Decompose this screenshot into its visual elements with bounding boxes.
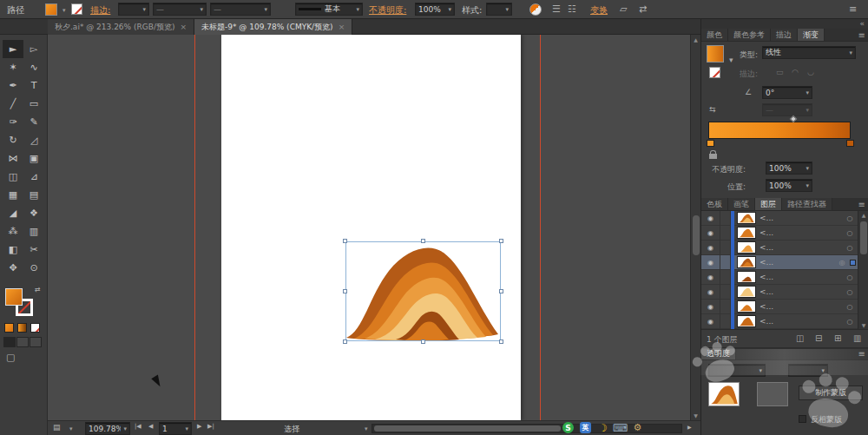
close-tab-icon[interactable]: × bbox=[180, 23, 187, 31]
visibility-eye-icon[interactable]: ◉ bbox=[701, 211, 720, 226]
hand-tool[interactable]: ✥ bbox=[3, 259, 23, 277]
layer-label[interactable]: <... bbox=[760, 302, 842, 311]
invert-mask-checkbox[interactable] bbox=[799, 415, 806, 423]
caret-icon[interactable]: ▾ bbox=[806, 165, 809, 172]
fill-indicator[interactable] bbox=[5, 288, 23, 306]
layer-target-icon[interactable]: ○ bbox=[842, 274, 858, 281]
selection-handle-se[interactable] bbox=[499, 339, 503, 344]
visibility-eye-icon[interactable]: ◉ bbox=[701, 226, 720, 241]
layer-target-icon[interactable]: ◎ bbox=[834, 259, 850, 267]
align-vertical-icon[interactable]: ☷ bbox=[568, 4, 576, 14]
layer-row[interactable]: ◉ <... ○ bbox=[701, 300, 858, 314]
layer-target-icon[interactable]: ○ bbox=[842, 288, 858, 296]
layer-thumbnail[interactable] bbox=[737, 271, 756, 283]
soft-keyboard-icon[interactable]: ⌨ bbox=[615, 422, 626, 433]
layer-label[interactable]: <... bbox=[760, 317, 842, 326]
width-profile-dropdown[interactable]: —▾ bbox=[210, 3, 271, 16]
caret-icon[interactable]: ▾ bbox=[200, 6, 203, 13]
caret-icon[interactable]: ▾ bbox=[849, 49, 852, 56]
caret-icon[interactable]: ▾ bbox=[123, 425, 127, 432]
lock-toggle[interactable] bbox=[720, 241, 731, 255]
layer-row[interactable]: ◉ <... ○ bbox=[701, 241, 858, 255]
isolate-selection-icon[interactable]: ▱ bbox=[620, 4, 627, 14]
gradient-swatch-caret-icon[interactable]: ▾ bbox=[729, 56, 733, 64]
tab-layers[interactable]: 图层 bbox=[755, 198, 782, 210]
perspective-grid-tool[interactable]: ⊿ bbox=[23, 168, 44, 186]
pen-tool[interactable]: ✒ bbox=[3, 76, 23, 95]
tab-swatches[interactable]: 色板 bbox=[701, 198, 728, 210]
visibility-eye-icon[interactable]: ◉ bbox=[701, 300, 720, 314]
caret-icon[interactable]: ▾ bbox=[759, 367, 762, 374]
tab-color[interactable]: 颜色 bbox=[701, 29, 728, 41]
layer-row[interactable]: ◉ <... ○ bbox=[701, 314, 858, 329]
layer-target-icon[interactable]: ○ bbox=[842, 318, 858, 326]
caret-icon[interactable]: ▾ bbox=[264, 6, 267, 13]
make-mask-button[interactable]: 制作蒙版 bbox=[799, 386, 863, 400]
visibility-eye-icon[interactable]: ◉ bbox=[701, 241, 720, 255]
delete-layer-icon[interactable]: ▥ bbox=[853, 333, 861, 343]
stop-location-field[interactable]: 100% ▾ bbox=[766, 179, 812, 192]
document-tab[interactable]: 秋夕.ai* @ 213.26% (RGB/预览) × bbox=[48, 19, 194, 35]
draw-normal-mode[interactable] bbox=[3, 337, 16, 347]
status-caret-icon[interactable]: ▾ bbox=[69, 425, 73, 432]
fill-color-swatch[interactable] bbox=[45, 3, 57, 16]
gradient-fill-swatch[interactable] bbox=[707, 45, 724, 63]
selection-handle-s[interactable] bbox=[421, 339, 425, 344]
pencil-tool[interactable]: ✎ bbox=[23, 113, 44, 131]
blend-mode-dropdown[interactable]: ▾ bbox=[708, 364, 766, 377]
brush-definition-dropdown[interactable]: 基本 ▾ bbox=[295, 3, 363, 16]
layers-scroll-down-icon[interactable]: ▼ bbox=[858, 322, 868, 328]
lock-toggle[interactable] bbox=[720, 226, 731, 241]
caret-icon[interactable]: ▾ bbox=[356, 6, 359, 13]
vertical-scrollbar[interactable]: ▲ ▼ bbox=[690, 35, 700, 420]
layer-row[interactable]: ◉ <... ○ bbox=[701, 226, 858, 241]
gradient-stop-end[interactable] bbox=[846, 140, 854, 147]
layer-row[interactable]: ◉ <... ○ bbox=[701, 270, 858, 285]
visibility-eye-icon[interactable]: ◉ bbox=[701, 285, 720, 300]
gradient-slider[interactable] bbox=[708, 122, 851, 139]
caret-icon[interactable]: ▾ bbox=[185, 425, 188, 432]
swap-fill-stroke-icon[interactable]: ⇄ bbox=[35, 287, 41, 293]
fill-caret-icon[interactable]: ▾ bbox=[62, 7, 66, 14]
layer-thumbnail[interactable] bbox=[737, 300, 756, 313]
layer-thumbnail[interactable] bbox=[737, 286, 756, 298]
panel-menu-icon[interactable]: ≡ bbox=[855, 198, 868, 210]
transform-link[interactable]: 变换 bbox=[590, 4, 608, 16]
tab-brushes[interactable]: 画笔 bbox=[728, 198, 755, 210]
color-mode-fill[interactable] bbox=[4, 323, 14, 333]
stroke-profile-dropdown[interactable]: —▾ bbox=[153, 3, 207, 16]
selection-handle-w[interactable] bbox=[343, 289, 347, 293]
recolor-artwork-icon[interactable] bbox=[529, 3, 542, 16]
layer-target-icon[interactable]: ○ bbox=[842, 244, 858, 252]
reverse-gradient-icon[interactable]: ⇆ bbox=[709, 105, 716, 114]
screen-mode-icon[interactable]: ▢ bbox=[6, 353, 15, 362]
opacity-link[interactable]: 不透明度: bbox=[369, 4, 406, 16]
blend-tool[interactable]: ❖ bbox=[23, 204, 44, 222]
gradient-type-dropdown[interactable]: 线性 ▾ bbox=[762, 46, 856, 59]
rotate-tool[interactable]: ↻ bbox=[3, 131, 23, 149]
gradient-angle-field[interactable]: 0° ▾ bbox=[762, 86, 812, 99]
slice-tool[interactable]: ✂ bbox=[23, 241, 44, 259]
rectangle-tool[interactable]: ▭ bbox=[23, 95, 44, 113]
color-mode-gradient[interactable] bbox=[17, 323, 27, 333]
line-segment-tool[interactable]: ╱ bbox=[3, 95, 23, 113]
lasso-tool[interactable]: ∿ bbox=[23, 58, 44, 76]
first-artboard-icon[interactable]: |◀ bbox=[135, 424, 141, 430]
layer-row-selected[interactable]: ◉ <... ◎ bbox=[701, 255, 858, 270]
page-setup-icon[interactable]: ▤ bbox=[53, 424, 61, 432]
visibility-eye-icon[interactable]: ◉ bbox=[701, 255, 720, 270]
layers-scroll-thumb[interactable] bbox=[860, 221, 867, 254]
lock-toggle[interactable] bbox=[720, 300, 731, 314]
layer-target-icon[interactable]: ○ bbox=[842, 214, 858, 222]
caret-icon[interactable]: ▾ bbox=[806, 182, 809, 189]
scroll-up-icon[interactable]: ▲ bbox=[691, 36, 700, 43]
panel-menu-icon[interactable]: ≡ bbox=[855, 348, 868, 359]
selection-handle-nw[interactable] bbox=[343, 239, 347, 243]
control-bar-menu-icon[interactable]: ≡ bbox=[849, 4, 857, 14]
stroke-weight-field[interactable]: ▾ bbox=[118, 3, 149, 16]
scroll-right-icon[interactable]: ▶ bbox=[687, 425, 692, 430]
make-clip-mask-icon[interactable]: ◫ bbox=[796, 333, 804, 343]
layer-label[interactable]: <... bbox=[760, 273, 842, 281]
layer-label[interactable]: <... bbox=[760, 228, 842, 237]
artboard-tool[interactable]: ◧ bbox=[3, 241, 23, 259]
